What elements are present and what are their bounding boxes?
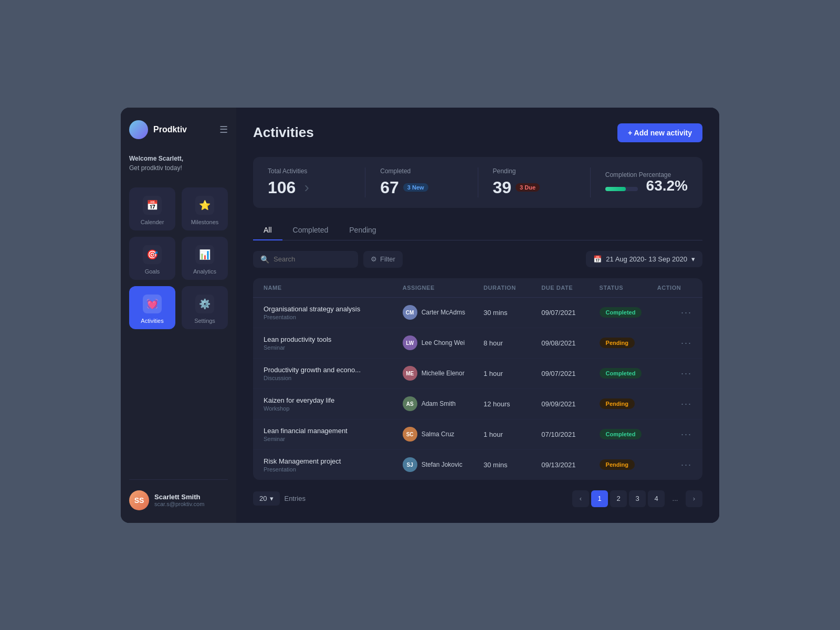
sidebar-item-label: Activities bbox=[141, 318, 163, 324]
action-menu-button[interactable]: ··· bbox=[657, 459, 692, 470]
app-name: Prodktiv bbox=[153, 125, 187, 134]
row-name-cell: Organisational strategy analysis Present… bbox=[264, 305, 403, 320]
assignee-name: Adam Smith bbox=[422, 400, 456, 407]
row-name-cell: Kaizen for everyday life Workshop bbox=[264, 396, 403, 412]
search-input[interactable] bbox=[274, 255, 351, 263]
action-menu-button[interactable]: ··· bbox=[657, 368, 692, 379]
col-assignee: Assignee bbox=[403, 285, 484, 291]
stat-total-label: Total Activities bbox=[268, 167, 350, 175]
assignee-avatar: LW bbox=[403, 335, 417, 350]
entries-label: Entries bbox=[284, 495, 305, 502]
action-menu-button[interactable]: ··· bbox=[657, 307, 692, 318]
assignee-avatar: CM bbox=[403, 305, 417, 320]
col-name: Name bbox=[264, 285, 403, 291]
status-cell: Pending bbox=[600, 338, 657, 348]
search-box[interactable]: 🔍 bbox=[253, 251, 358, 268]
search-icon: 🔍 bbox=[260, 255, 269, 264]
page-1-button[interactable]: 1 bbox=[591, 490, 608, 507]
page-4-button[interactable]: 4 bbox=[648, 490, 665, 507]
assignee-cell: SC Salma Cruz bbox=[403, 427, 484, 442]
activity-name: Lean financial management bbox=[264, 427, 403, 435]
assignee-cell: AS Adam Smith bbox=[403, 396, 484, 411]
activities-icon: 💓 bbox=[143, 295, 162, 313]
table-row: Organisational strategy analysis Present… bbox=[253, 298, 702, 328]
col-duration: Duration bbox=[484, 285, 541, 291]
sidebar-item-settings[interactable]: ⚙️ Settings bbox=[182, 286, 228, 329]
activity-type: Presentation bbox=[264, 466, 403, 472]
sidebar-item-label: Settings bbox=[194, 318, 215, 324]
status-badge: Pending bbox=[600, 459, 635, 470]
sidebar-item-goals[interactable]: 🎯 Goals bbox=[129, 237, 175, 280]
assignee-name: Salma Cruz bbox=[422, 430, 455, 438]
due-date-cell: 07/10/2021 bbox=[541, 430, 599, 438]
progress-bar-bg bbox=[605, 187, 638, 191]
action-menu-button[interactable]: ··· bbox=[657, 429, 692, 440]
entries-select: 20 ▾ Entries bbox=[253, 491, 306, 506]
tab-completed[interactable]: Completed bbox=[282, 220, 339, 240]
status-badge: Completed bbox=[600, 429, 642, 439]
status-badge: Pending bbox=[600, 338, 635, 348]
prev-page-button[interactable]: ‹ bbox=[572, 490, 589, 507]
add-activity-button[interactable]: + Add new activity bbox=[617, 123, 702, 142]
row-name-cell: Lean productivity tools Seminar bbox=[264, 335, 403, 351]
activity-type: Discussion bbox=[264, 375, 403, 381]
table-row: Lean productivity tools Seminar LW Lee C… bbox=[253, 328, 702, 359]
sidebar-item-label: Goals bbox=[145, 268, 160, 275]
sidebar-item-calendar[interactable]: 📅 Calender bbox=[129, 187, 175, 230]
duration-cell: 12 hours bbox=[484, 400, 541, 408]
completed-badge: 3 New bbox=[403, 183, 428, 192]
page-3-button[interactable]: 3 bbox=[629, 490, 646, 507]
row-name-cell: Lean financial management Seminar bbox=[264, 427, 403, 442]
sidebar-item-milestones[interactable]: ⭐ Milestones bbox=[182, 187, 228, 230]
status-cell: Pending bbox=[600, 459, 657, 470]
due-date-cell: 09/08/2021 bbox=[541, 339, 599, 347]
sidebar-item-label: Calender bbox=[141, 219, 164, 225]
settings-icon: ⚙️ bbox=[195, 295, 214, 313]
status-cell: Completed bbox=[600, 429, 657, 439]
action-menu-button[interactable]: ··· bbox=[657, 398, 692, 410]
tabs-row: All Completed Pending bbox=[253, 220, 702, 240]
activity-name: Productivity growth and econo... bbox=[264, 366, 403, 374]
assignee-name: Carter McAdms bbox=[422, 309, 465, 316]
action-menu-button[interactable]: ··· bbox=[657, 338, 692, 349]
sidebar-item-label: Analytics bbox=[193, 268, 216, 275]
activity-type: Seminar bbox=[264, 436, 403, 442]
table-row: Risk Management project Presentation SJ … bbox=[253, 450, 702, 480]
entries-button[interactable]: 20 ▾ bbox=[253, 491, 280, 506]
page-buttons: ‹ 1 2 3 4 ... › bbox=[572, 490, 702, 507]
tab-all[interactable]: All bbox=[253, 220, 282, 240]
due-date-cell: 09/13/2021 bbox=[541, 461, 599, 469]
duration-cell: 1 hour bbox=[484, 370, 541, 377]
logo-icon bbox=[129, 120, 148, 139]
next-page-button[interactable]: › bbox=[686, 490, 702, 507]
duration-cell: 30 mins bbox=[484, 461, 541, 469]
status-cell: Completed bbox=[600, 368, 657, 379]
due-date-cell: 09/07/2021 bbox=[541, 370, 599, 377]
sidebar-item-activities[interactable]: 💓 Activities bbox=[129, 286, 175, 329]
assignee-cell: LW Lee Chong Wei bbox=[403, 335, 484, 350]
stat-completed-value: 67 bbox=[380, 178, 399, 197]
table-body: Organisational strategy analysis Present… bbox=[253, 298, 702, 480]
duration-cell: 1 hour bbox=[484, 430, 541, 438]
table-row: Kaizen for everyday life Workshop AS Ada… bbox=[253, 389, 702, 419]
goals-icon: 🎯 bbox=[143, 245, 162, 264]
toolbar-left: 🔍 ⚙ Filter bbox=[253, 251, 403, 268]
tab-pending[interactable]: Pending bbox=[339, 220, 386, 240]
activities-table: Name Assignee Duration Due Date Status A… bbox=[253, 278, 702, 480]
assignee-avatar: SJ bbox=[403, 457, 417, 472]
assignee-name: Stefan Jokovic bbox=[422, 461, 463, 468]
due-date-cell: 09/09/2021 bbox=[541, 400, 599, 408]
page-2-button[interactable]: 2 bbox=[610, 490, 627, 507]
menu-icon[interactable]: ☰ bbox=[219, 124, 228, 135]
stat-total-value: 106 bbox=[268, 178, 296, 197]
chevron-down-icon: ▾ bbox=[691, 255, 695, 263]
stat-arrow: › bbox=[304, 179, 309, 196]
nav-grid: 📅 Calender ⭐ Milestones 🎯 Goals 📊 Analyt… bbox=[129, 187, 228, 329]
user-profile[interactable]: SS Scarlett Smith scar.s@proktiv.com bbox=[129, 479, 228, 510]
main-header: Activities + Add new activity bbox=[253, 123, 702, 142]
date-range-button[interactable]: 📅 21 Aug 2020- 13 Sep 2020 ▾ bbox=[586, 251, 702, 267]
sidebar-item-analytics[interactable]: 📊 Analytics bbox=[182, 237, 228, 280]
pagination-row: 20 ▾ Entries ‹ 1 2 3 4 ... › bbox=[253, 490, 702, 507]
main-content: Activities + Add new activity Total Acti… bbox=[236, 108, 719, 523]
filter-button[interactable]: ⚙ Filter bbox=[363, 251, 403, 268]
